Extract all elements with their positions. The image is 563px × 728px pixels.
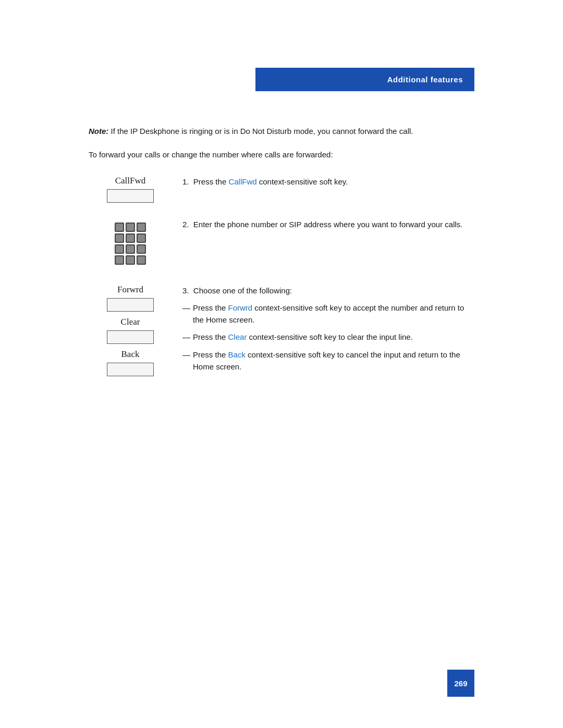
clear-button xyxy=(107,330,154,344)
step-1-text: 1. Press the CallFwd context-sensitive s… xyxy=(172,176,474,188)
sub-item-back: — Press the Back context-sensitive soft … xyxy=(182,349,474,373)
key-star xyxy=(115,255,124,265)
step-3-key-group: Forwrd Clear Back xyxy=(107,285,154,376)
back-key-item: Back xyxy=(107,349,154,376)
forwrd-key-item: Forwrd xyxy=(107,285,154,312)
step-2-text: 2. Enter the phone number or SIP address… xyxy=(172,218,474,230)
step-2-body: Enter the phone number or SIP address wh… xyxy=(193,220,463,229)
step-3-illustration: Forwrd Clear Back xyxy=(89,285,172,376)
intro-paragraph: To forward your calls or change the numb… xyxy=(89,149,474,161)
sub-item-clear: — Press the Clear context-sensitive soft… xyxy=(182,331,474,343)
dash-1: — xyxy=(182,302,193,314)
keypad-grid xyxy=(115,223,146,265)
dash-2: — xyxy=(182,331,193,343)
sub-item-clear-text: Press the Clear context-sensitive soft k… xyxy=(193,331,474,343)
note-label: Note: xyxy=(89,127,108,135)
key-1 xyxy=(115,223,124,232)
key-7 xyxy=(115,244,124,254)
clear-link: Clear xyxy=(228,332,247,341)
forwrd-button xyxy=(107,298,154,312)
steps-container: CallFwd 1. Press the CallFwd context-sen… xyxy=(89,176,474,376)
step-1-illustration: CallFwd xyxy=(89,176,172,203)
step-3-text: 3. Choose one of the following: — Press … xyxy=(172,285,474,373)
page-number: 269 xyxy=(454,679,467,688)
step-1-text-after: context-sensitive soft key. xyxy=(257,177,348,186)
key-3 xyxy=(137,223,146,232)
key-5 xyxy=(126,233,135,243)
header-banner: Additional features xyxy=(255,68,474,91)
header-title: Additional features xyxy=(387,75,463,84)
step-1-text-before: Press the xyxy=(193,177,229,186)
step-3-intro-text: Choose one of the following: xyxy=(193,286,292,295)
back-link: Back xyxy=(228,350,246,359)
forwrd-label: Forwrd xyxy=(117,285,143,295)
step-1-row: CallFwd 1. Press the CallFwd context-sen… xyxy=(89,176,474,203)
note-text: If the IP Deskphone is ringing or is in … xyxy=(108,127,413,135)
key-4 xyxy=(115,233,124,243)
step-2-illustration xyxy=(89,218,172,269)
callfwd-label: CallFwd xyxy=(115,176,146,186)
page-container: Additional features Note: If the IP Desk… xyxy=(0,0,563,728)
step-2-number: 2. xyxy=(182,220,189,229)
step-3-number: 3. xyxy=(182,286,189,295)
step-3-row: Forwrd Clear Back xyxy=(89,285,474,376)
step-3-intro: 3. Choose one of the following: xyxy=(182,285,474,297)
sub-item-forwrd: — Press the Forwrd context-sensitive sof… xyxy=(182,302,474,326)
step-2-row: 2. Enter the phone number or SIP address… xyxy=(89,218,474,269)
main-content: Note: If the IP Deskphone is ringing or … xyxy=(89,125,474,392)
sub-item-forwrd-text: Press the Forwrd context-sensitive soft … xyxy=(193,302,474,326)
callfwd-button xyxy=(107,189,154,203)
step-1-number: 1. xyxy=(182,177,189,186)
key-9 xyxy=(137,244,146,254)
key-2 xyxy=(126,223,135,232)
back-label: Back xyxy=(121,349,140,360)
note-paragraph: Note: If the IP Deskphone is ringing or … xyxy=(89,125,474,137)
sub-item-back-text: Press the Back context-sensitive soft ke… xyxy=(193,349,474,373)
back-button xyxy=(107,363,154,376)
page-number-box: 269 xyxy=(447,670,474,697)
clear-key-item: Clear xyxy=(107,317,154,344)
clear-text-after: context-sensitive soft key to clear the … xyxy=(247,332,413,341)
step-1-link: CallFwd xyxy=(228,177,256,186)
key-6 xyxy=(137,233,146,243)
key-8 xyxy=(126,244,135,254)
clear-label: Clear xyxy=(121,317,140,327)
forwrd-link: Forwrd xyxy=(228,303,253,312)
key-hash xyxy=(137,255,146,265)
key-0 xyxy=(126,255,135,265)
dash-3: — xyxy=(182,349,193,361)
